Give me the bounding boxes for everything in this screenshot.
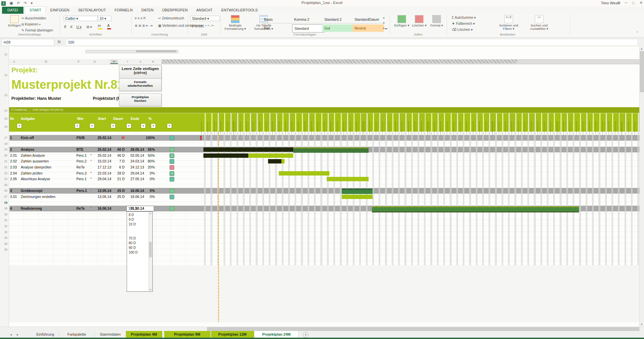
ribbon-tab-daten[interactable]: DATEN xyxy=(137,7,158,14)
style-standard-2[interactable]: Standard 2 xyxy=(322,16,354,23)
number-format-combo[interactable]: Standard ▾ xyxy=(190,16,220,21)
sheet-tab-projektplan-12m[interactable]: Projektplan 12M xyxy=(211,331,254,338)
vertical-scrollbar[interactable]: ▲ ▼ xyxy=(639,47,644,327)
cells-format-button[interactable]: Format ▾ xyxy=(429,15,445,27)
row-header-32[interactable]: 32 xyxy=(4,224,7,228)
status-icon[interactable] xyxy=(170,165,174,170)
row-header-18[interactable]: 18 xyxy=(4,142,7,145)
font-size-combo[interactable]: 10 ▾ xyxy=(98,16,111,21)
ribbon-tab-seitenlayout[interactable]: SEITENLAYOUT xyxy=(74,7,110,14)
filter-dropdown-icon[interactable]: ▾ xyxy=(141,123,146,128)
ribbon-tab-entwicklertools[interactable]: ENTWICKLERTOOLS xyxy=(217,7,262,14)
row-header-30[interactable]: 30 xyxy=(4,213,7,216)
row-header-14[interactable]: 14 xyxy=(4,109,7,112)
ribbon-tab-einfügen[interactable]: EINFÜGEN xyxy=(46,7,74,14)
name-box[interactable]: H28 xyxy=(1,39,54,46)
styles-scroll-up-icon[interactable]: ▲ xyxy=(383,16,385,19)
dropdown-item[interactable]: 100 D xyxy=(129,250,138,255)
table-row[interactable]: 3.01Zeichnungen erstellen13.05.1425 D16.… xyxy=(0,194,644,200)
horizontal-scrollbar[interactable] xyxy=(0,327,644,331)
macro-button-3[interactable]: Projektplanlöschen xyxy=(119,93,162,106)
column-header-K[interactable]: K xyxy=(152,60,154,63)
sheet-nav-prev-icon[interactable]: ◂ xyxy=(10,333,12,336)
add-sheet-button[interactable]: + xyxy=(303,332,309,338)
dropdown-item[interactable]: 8 D xyxy=(129,213,134,217)
help-button[interactable]: ? xyxy=(618,1,620,5)
wrap-text-button[interactable]: ↩ Zeilenumbruch xyxy=(158,16,184,20)
filter-dropdown-icon[interactable]: ▾ xyxy=(75,123,80,128)
duration-dropdown-list[interactable]: ▲ ▼ 8 D9 D10 D70 D80 D90 D100 D xyxy=(127,211,153,292)
row-header-15[interactable]: 15 xyxy=(4,117,7,120)
column-header-J[interactable]: J xyxy=(139,60,141,63)
timeline-scrollbar[interactable] xyxy=(162,59,639,64)
clear-button[interactable]: ⌫ Löschen ▾ xyxy=(452,28,473,31)
conditional-formatting-button[interactable]: Bedingte Formatierung ▾ xyxy=(223,15,247,30)
row-header-35[interactable]: 35 xyxy=(4,242,7,246)
style-standarddatum[interactable]: StandardDatum xyxy=(352,16,384,23)
row-header-31[interactable]: 31 xyxy=(4,218,7,222)
dropdown-item[interactable]: 80 D xyxy=(129,241,136,246)
style-neutral[interactable]: Neutral xyxy=(352,24,384,32)
dropdown-item[interactable]: 90 D xyxy=(129,246,136,250)
timeline-scrollbar-thumb[interactable] xyxy=(162,60,517,63)
scroll-down-icon[interactable]: ▼ xyxy=(640,323,643,326)
status-icon[interactable] xyxy=(170,195,174,199)
filter-dropdown-icon[interactable]: ▾ xyxy=(167,123,172,128)
table-row[interactable]: 2.02Zahlen auswertenPers.2▴15.03.147 D24… xyxy=(0,158,644,164)
font-color-button[interactable]: A xyxy=(107,24,110,27)
ribbon-tab-ansicht[interactable]: ANSICHT xyxy=(192,7,217,14)
filter-dropdown-icon[interactable]: ▾ xyxy=(89,123,94,128)
status-icon[interactable] xyxy=(170,136,174,140)
status-icon[interactable] xyxy=(170,189,174,193)
fill-color-button[interactable]: 🗁 xyxy=(98,24,101,27)
align-top-icons[interactable]: ≡ ≡ ≡ ⇱ xyxy=(135,16,146,20)
minimize-button[interactable]: ─ xyxy=(625,1,627,5)
sheet-nav-next-icon[interactable]: ▸ xyxy=(17,333,18,336)
italic-button[interactable]: K xyxy=(70,25,73,29)
column-header-H[interactable]: H xyxy=(110,60,118,64)
style-komma-2[interactable]: Komma 2 xyxy=(292,16,324,23)
underline-button[interactable]: U ▾ xyxy=(76,25,81,29)
row-header-25[interactable]: 25 xyxy=(4,183,7,187)
row-header-28[interactable]: 28 xyxy=(4,201,7,204)
ribbon-tab-formeln[interactable]: FORMELN xyxy=(110,7,137,14)
status-icon[interactable]: G xyxy=(170,171,174,176)
ribbon-tab-überprüfen[interactable]: ÜBERPRÜFEN xyxy=(158,7,192,14)
column-header-D[interactable]: D xyxy=(45,60,47,63)
ribbon-tab-start[interactable]: START xyxy=(25,6,46,14)
table-row[interactable]: 2.01Zahlen AnalysePers.1▴25.02.1446 D02.… xyxy=(0,153,644,158)
font-name-combo[interactable]: Calibri ▾ xyxy=(64,16,98,21)
autosum-button[interactable]: Σ AutoSumme ▾ xyxy=(452,16,476,19)
sheet-tab-projektplan-4m[interactable]: Projektplan 4M xyxy=(126,331,162,338)
style-gut[interactable]: Gut xyxy=(322,24,354,32)
formula-input[interactable]: 100 xyxy=(66,39,638,46)
row-header-11[interactable]: 11 xyxy=(4,53,7,56)
table-row[interactable]: 2.03Analyse überprüfenReTe17.12.136 D24.… xyxy=(0,164,644,170)
bold-button[interactable]: F xyxy=(64,25,66,29)
style-standard[interactable]: Standard xyxy=(292,24,324,32)
table-row[interactable]: 1Kick-offPS/B25.02.14M100% xyxy=(0,135,644,141)
fill-button[interactable]: ▼ Füllbereich ▾ xyxy=(452,22,475,25)
styles-scroll-down-icon[interactable]: ▼ xyxy=(383,22,385,24)
dropdown-item[interactable]: 10 D xyxy=(129,222,136,227)
macro-button-1[interactable]: Leere Zelle einfügen(ctrl+e) xyxy=(119,65,162,79)
tab-datei[interactable]: DATEI xyxy=(2,7,23,14)
dropdown-item[interactable]: 9 D xyxy=(129,217,134,222)
sheet-tab-projektplan-9m[interactable]: Projektplan 9M xyxy=(164,331,210,338)
column-header-I[interactable]: I xyxy=(127,60,128,63)
column-header-A[interactable]: A xyxy=(13,60,15,63)
status-icon[interactable] xyxy=(170,147,174,152)
borders-button[interactable]: ⊞ ▾ xyxy=(86,25,92,29)
row-header-12[interactable]: 12 xyxy=(4,73,7,77)
row-header-13[interactable]: 13 xyxy=(4,93,7,97)
table-row[interactable]: 3GrobkonzeptPers.1▴13.05.1425 D16.06.140… xyxy=(0,188,644,194)
dropdown-scrollbar[interactable]: ▲ ▼ xyxy=(148,212,152,291)
vertical-scroll-thumb[interactable] xyxy=(640,51,644,92)
status-icon[interactable] xyxy=(170,159,174,164)
format-painter-button[interactable]: ✎ Format übertragen xyxy=(21,28,53,32)
scroll-up-icon[interactable]: ▲ xyxy=(149,212,151,214)
table-row[interactable]: 2.05Abschluss AnalysePers.1▴29.04.1421 D… xyxy=(0,176,644,182)
row-header-34[interactable]: 34 xyxy=(4,236,7,240)
status-icon[interactable]: G xyxy=(170,153,174,158)
find-select-button[interactable]: ⌕⌕Suchen und Auswählen ▾ xyxy=(525,15,554,30)
